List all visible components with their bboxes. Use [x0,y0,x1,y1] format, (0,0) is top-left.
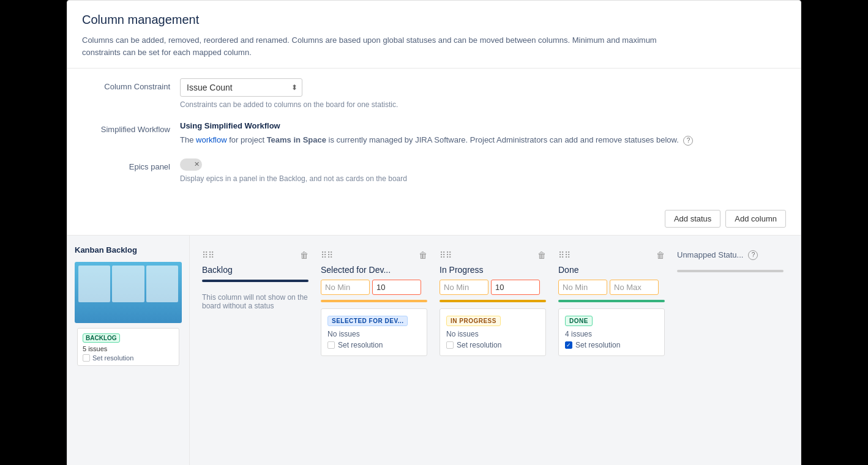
done-status-badge: DONE [565,316,593,326]
column-done-name: Done [558,265,665,275]
backlog-no-status: This column will not show on the board w… [202,288,309,315]
column-backlog-name: Backlog [202,265,309,275]
header-section: Column management Columns can be added, … [67,1,801,69]
backlog-resolution: Set resolution [83,354,174,362]
done-resolution-label: Set resolution [575,341,620,349]
selected-resolution-label: Set resolution [338,341,383,349]
workflow-title: Using Simplified Workflow [180,121,786,130]
unmapped-title-text: Unmapped Statu... [677,250,743,259]
inprogress-checkbox[interactable] [446,341,454,349]
backlog-checkbox-icon[interactable] [83,354,90,362]
inprogress-min-max [440,280,546,295]
columns-list: ⠿⠿ 🗑 Backlog This column will not show o… [190,236,801,466]
inprogress-status-card: IN PROGRESS No issues Set resolution [440,308,546,356]
done-checkbox[interactable]: ✓ [565,341,572,349]
settings-section: Column Constraint Issue Count Story Poin… [67,69,801,205]
unmapped-column: Unmapped Statu... ? [672,245,788,283]
unmapped-help-icon[interactable]: ? [748,250,758,260]
done-resolution: ✓ Set resolution [565,341,658,349]
selected-max-input[interactable] [372,280,421,295]
column-selected-header: ⠿⠿ 🗑 [321,250,427,260]
inprogress-status-issues: No issues [446,330,539,338]
column-in-progress: ⠿⠿ 🗑 In Progress IN PROGRESS No issues S… [435,245,551,361]
column-backlog-bar [202,280,309,282]
delete-inprogress-icon[interactable]: 🗑 [537,250,546,260]
actions-bar: Add status Add column [67,205,801,236]
epics-panel-row: Epics panel ✕ Display epics in a panel i… [82,158,786,183]
unmapped-bar [677,270,784,272]
kanban-sidebar: Kanban Backlog BACKLOG 5 issues Set reso… [67,236,190,466]
add-status-button[interactable]: Add status [665,210,720,228]
selected-status-card: SELECTED FOR DEV... No issues Set resolu… [321,308,427,356]
epics-panel-label: Epics panel [82,158,180,171]
workflow-description: The workflow for project Teams in Space … [180,134,786,146]
column-backlog-header: ⠿⠿ 🗑 [202,250,309,260]
backlog-card: BACKLOG 5 issues Set resolution [77,328,179,366]
selected-status-badge: SELECTED FOR DEV... [327,316,408,326]
unmapped-header: Unmapped Statu... ? [677,250,784,260]
column-backlog: ⠿⠿ 🗑 Backlog This column will not show o… [197,245,313,315]
done-status-issues: 4 issues [565,330,658,338]
column-selected-for-dev: ⠿⠿ 🗑 Selected for Dev... SELECTED FOR DE… [316,245,432,361]
toggle-off-icon: ✕ [194,160,200,168]
page-title: Column management [82,13,786,27]
column-selected-bar [321,300,427,302]
kanban-preview-image [75,262,182,323]
kanban-sidebar-title: Kanban Backlog [75,245,182,255]
column-constraint-content: Issue Count Story Points None ⬍ Constrai… [180,78,786,109]
done-max-input[interactable] [610,280,659,295]
done-status-card: DONE 4 issues ✓ Set resolution [558,308,665,356]
drag-handle-selected[interactable]: ⠿⠿ [321,250,333,260]
inprogress-resolution: Set resolution [446,341,539,349]
add-column-button[interactable]: Add column [725,210,786,228]
simplified-workflow-content: Using Simplified Workflow The workflow f… [180,121,786,146]
backlog-issues: 5 issues [83,345,174,352]
simplified-workflow-label: Simplified Workflow [82,121,180,134]
unmapped-title: Unmapped Statu... ? [677,250,758,260]
drag-handle-backlog[interactable]: ⠿⠿ [202,250,214,260]
workflow-help-icon[interactable]: ? [683,136,693,146]
delete-selected-icon[interactable]: 🗑 [419,250,427,260]
epics-toggle[interactable]: ✕ [180,158,202,171]
delete-backlog-icon[interactable]: 🗑 [300,250,309,260]
epics-panel-content: ✕ Display epics in a panel in the Backlo… [180,158,786,183]
constraint-hint: Constraints can be added to columns on t… [180,100,786,109]
backlog-resolution-label: Set resolution [92,354,133,362]
done-min-max [558,280,665,295]
epics-hint: Display epics in a panel in the Backlog,… [180,174,786,183]
column-done: ⠿⠿ 🗑 Done DONE 4 issues ✓ Set resolution [553,245,670,361]
column-constraint-label: Column Constraint [82,78,180,91]
inprogress-max-input[interactable] [491,280,540,295]
selected-resolution: Set resolution [327,341,421,349]
drag-handle-done[interactable]: ⠿⠿ [558,250,571,260]
columns-area: Kanban Backlog BACKLOG 5 issues Set reso… [67,236,801,466]
column-inprogress-header: ⠿⠿ 🗑 [440,250,546,260]
done-min-input[interactable] [558,280,607,295]
constraint-select[interactable]: Issue Count Story Points None [180,78,302,97]
column-inprogress-bar [440,300,546,302]
simplified-workflow-row: Simplified Workflow Using Simplified Wor… [82,121,786,146]
column-selected-name: Selected for Dev... [321,265,427,275]
workflow-link[interactable]: workflow [196,135,227,144]
column-inprogress-name: In Progress [440,265,546,275]
selected-checkbox[interactable] [327,341,335,349]
delete-done-icon[interactable]: 🗑 [656,250,665,260]
selected-min-max [321,280,427,295]
selected-status-issues: No issues [327,330,421,338]
column-done-header: ⠿⠿ 🗑 [558,250,665,260]
page-description: Columns can be added, removed, reordered… [82,34,670,58]
selected-min-input[interactable] [321,280,370,295]
drag-handle-inprogress[interactable]: ⠿⠿ [440,250,452,260]
epics-toggle-container: ✕ [180,158,786,171]
inprogress-min-input[interactable] [440,280,488,295]
column-constraint-row: Column Constraint Issue Count Story Poin… [82,78,786,109]
column-done-bar [558,300,665,302]
constraint-select-wrapper[interactable]: Issue Count Story Points None ⬍ [180,78,302,97]
inprogress-resolution-label: Set resolution [457,341,501,349]
inprogress-status-badge: IN PROGRESS [446,316,501,326]
backlog-badge: BACKLOG [83,333,120,343]
